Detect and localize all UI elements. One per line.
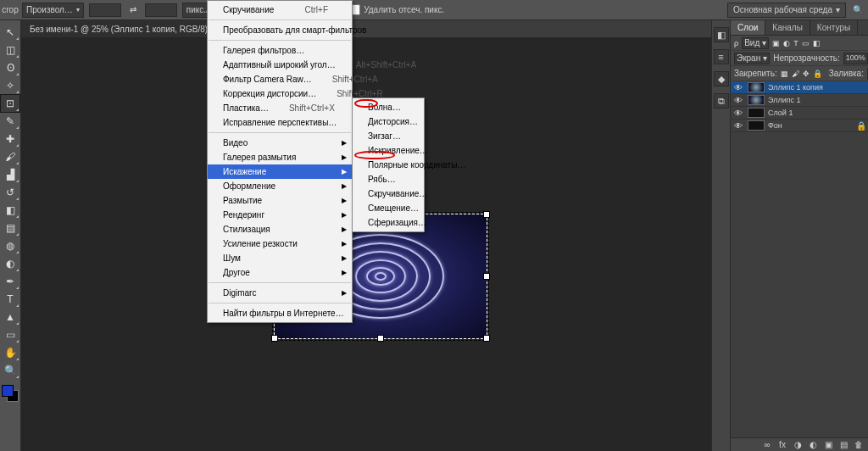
tool-move[interactable]: ↖ — [1, 24, 19, 41]
visibility-icon[interactable]: 👁 — [732, 96, 744, 105]
visibility-icon[interactable]: 👁 — [732, 109, 744, 118]
filter-shape-icon[interactable]: ▭ — [802, 39, 810, 47]
tool-eyedropper[interactable]: ✎ — [1, 113, 19, 130]
link-layers-icon[interactable]: ∞ — [761, 440, 773, 450]
menu-item[interactable]: Видео▶ — [208, 136, 352, 150]
menu-item[interactable]: Рябь… — [353, 172, 424, 187]
tool-blur[interactable]: ◍ — [1, 237, 19, 254]
menu-item[interactable]: Коррекция дисторсии…Shift+Ctrl+R — [208, 86, 352, 101]
lock-all-icon[interactable]: 🔒 — [813, 70, 822, 78]
menu-item[interactable]: Искривление… — [353, 143, 424, 158]
menu-item[interactable]: Дисторсия… — [353, 114, 424, 129]
trash-icon[interactable]: 🗑 — [853, 440, 865, 450]
menu-item[interactable]: Стилизация▶ — [208, 222, 352, 237]
menu-item[interactable]: Волна… — [353, 100, 424, 114]
panel-tab-layers[interactable]: Слои — [731, 20, 765, 35]
panel-tab-paths[interactable]: Контуры — [810, 20, 858, 35]
panel-icon[interactable]: ⧉ — [714, 93, 729, 109]
menu-item[interactable]: Пластика…Shift+Ctrl+X — [208, 101, 352, 115]
tool-hand[interactable]: ✋ — [1, 344, 19, 361]
tool-stamp[interactable]: ▟ — [1, 166, 19, 183]
filter-adj-icon[interactable]: ◐ — [783, 39, 790, 47]
handle[interactable] — [378, 336, 383, 341]
filter-icon[interactable]: ρ — [734, 39, 738, 47]
tool-brush[interactable]: 🖌 — [1, 148, 19, 165]
opacity-value[interactable]: 100% — [843, 53, 868, 64]
tool-type[interactable]: T — [1, 291, 19, 308]
tool-history-brush[interactable]: ↺ — [1, 184, 19, 201]
aspect-ratio-combo[interactable]: Произвол… ▾ — [22, 3, 84, 18]
delete-cropped-checkbox[interactable]: Удалить отсеч. пикс. — [349, 4, 444, 15]
handle[interactable] — [484, 212, 489, 217]
color-swatches[interactable] — [2, 385, 19, 402]
tool-path-select[interactable]: ▲ — [1, 309, 19, 326]
group-icon[interactable]: ▣ — [822, 440, 834, 450]
layer-mask-icon[interactable]: ◑ — [792, 440, 804, 450]
menu-item[interactable]: СкручиваниеCtrl+F — [208, 3, 352, 17]
menu-item[interactable]: Смещение… — [353, 201, 424, 215]
menu-item[interactable]: Фильтр Camera Raw…Shift+Ctrl+A — [208, 72, 352, 86]
layer-row[interactable]: 👁Слой 1 — [731, 107, 868, 120]
layer-row[interactable]: 👁Эллипс 1 копия — [731, 81, 868, 94]
layer-thumbnail[interactable] — [748, 120, 765, 131]
layer-row[interactable]: 👁Фон🔒 — [731, 120, 868, 132]
menu-item[interactable]: Скручивание… — [353, 187, 424, 201]
new-layer-icon[interactable]: ▤ — [837, 440, 849, 450]
layer-thumbnail[interactable] — [748, 108, 765, 118]
visibility-icon[interactable]: 👁 — [732, 121, 744, 131]
document-tab[interactable]: Без имени-1 @ 25% (Эллипс 1 копия, RGB/8… — [21, 20, 227, 37]
menu-item[interactable]: Исправление перспективы…Alt+Ctrl+V — [208, 115, 352, 130]
filter-type-icon[interactable]: T — [793, 39, 798, 47]
tool-eraser[interactable]: ◧ — [1, 202, 19, 219]
tool-zoom[interactable]: 🔍 — [1, 362, 19, 379]
menu-item[interactable]: Digimarc▶ — [208, 286, 352, 300]
blend-mode-combo[interactable]: Экран▾ — [734, 53, 770, 64]
search-icon[interactable]: 🔍 — [851, 3, 865, 17]
handle[interactable] — [484, 274, 489, 279]
menu-item[interactable]: Полярные координаты… — [353, 158, 424, 172]
layer-thumbnail[interactable] — [748, 82, 765, 92]
adjustment-layer-icon[interactable]: ◐ — [807, 440, 819, 450]
tool-shape[interactable]: ▭ — [1, 326, 19, 343]
layer-thumbnail[interactable] — [748, 95, 765, 105]
tool-lasso[interactable]: ʘ — [1, 59, 19, 76]
menu-item[interactable]: Шум▶ — [208, 251, 352, 265]
panel-icon[interactable]: ≡ — [714, 49, 729, 64]
menu-item[interactable]: Сферизация… — [353, 215, 424, 230]
crop-height-input[interactable] — [145, 3, 177, 17]
menu-item[interactable]: Зигзаг… — [353, 129, 424, 143]
panel-tab-channels[interactable]: Каналы — [765, 20, 810, 35]
menu-item[interactable]: Оформление▶ — [208, 179, 352, 193]
lock-position-icon[interactable]: ✥ — [803, 70, 810, 78]
tool-magic-wand[interactable]: ✧ — [1, 77, 19, 94]
filter-pic-icon[interactable]: ▣ — [772, 39, 780, 47]
filter-smart-icon[interactable]: ◧ — [813, 39, 821, 47]
workspace-switcher[interactable]: Основная рабочая среда ▾ — [727, 3, 846, 18]
menu-item[interactable]: Усиление резкости▶ — [208, 237, 352, 251]
tool-gradient[interactable]: ▤ — [1, 220, 19, 237]
menu-item[interactable]: Адаптивный широкий угол…Alt+Shift+Ctrl+A — [208, 58, 352, 72]
layer-filter-combo[interactable]: Вид▾ — [742, 37, 769, 49]
layer-fx-icon[interactable]: fx — [776, 440, 788, 450]
menu-item[interactable]: Галерея размытия▶ — [208, 150, 352, 164]
visibility-icon[interactable]: 👁 — [732, 83, 744, 92]
menu-item[interactable]: Размытие▶ — [208, 193, 352, 208]
menu-item[interactable]: Рендеринг▶ — [208, 208, 352, 222]
tool-dodge[interactable]: ◐ — [1, 255, 19, 272]
lock-pixels-icon[interactable]: ▦ — [781, 70, 788, 78]
swap-icon[interactable]: ⇄ — [126, 3, 140, 17]
menu-item[interactable]: Другое▶ — [208, 265, 352, 280]
tool-crop[interactable]: ⊡ — [1, 95, 19, 112]
menu-item[interactable]: Искажение▶ — [208, 164, 352, 179]
crop-width-input[interactable] — [89, 3, 121, 17]
lock-paint-icon[interactable]: 🖌 — [792, 70, 799, 78]
menu-item[interactable]: Преобразовать для смарт-фильтров — [208, 23, 352, 37]
menu-item[interactable]: Галерея фильтров… — [208, 43, 352, 58]
panel-icon[interactable]: ◧ — [714, 27, 729, 42]
handle[interactable] — [484, 336, 489, 341]
menu-item[interactable]: Найти фильтры в Интернете… — [208, 306, 352, 320]
tool-healing[interactable]: ✚ — [1, 131, 19, 148]
tool-pen[interactable]: ✒ — [1, 273, 19, 290]
layer-row[interactable]: 👁Эллипс 1 — [731, 94, 868, 107]
handle[interactable] — [272, 336, 277, 341]
